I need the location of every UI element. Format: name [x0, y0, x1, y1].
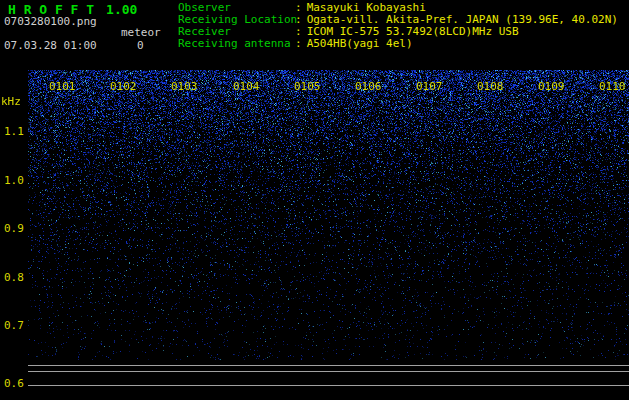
time-label-0103: 0103 [171, 80, 198, 93]
time-label-0105: 0105 [294, 80, 321, 93]
time-label-0107: 0107 [416, 80, 443, 93]
freq-label-0-9: 0.9 [4, 222, 24, 235]
freq-label-1-0: 1.0 [4, 174, 24, 187]
time-label-0102: 0102 [110, 80, 137, 93]
freq-label-0-7: 0.7 [4, 319, 24, 332]
time-label-0106: 0106 [355, 80, 382, 93]
info-value: A504HB(yagi 4el) [307, 38, 413, 50]
freq-label-0-8: 0.8 [4, 271, 24, 284]
signal-reference-line [28, 365, 629, 366]
output-filename: 0703280100.png [4, 15, 97, 28]
mode-label: meteor [121, 26, 161, 39]
time-label-0110: 0110 [599, 80, 626, 93]
time-label-0101: 0101 [49, 80, 76, 93]
hrofft-window: H R O F F T1.00 0703280100.png meteor 07… [0, 0, 629, 400]
signal-baseline-trace [28, 385, 629, 386]
info-row-antenna: Receiving antenna:A504HB(yagi 4el) [178, 38, 618, 50]
freq-label-1-1: 1.1 [4, 125, 24, 138]
app-version: 1.00 [106, 2, 137, 17]
time-label-0104: 0104 [233, 80, 260, 93]
observation-datetime: 07.03.28 01:00 [4, 39, 97, 52]
freq-label-0-6: 0.6 [4, 377, 24, 390]
time-label-0108: 0108 [477, 80, 504, 93]
signal-reference-line [28, 371, 629, 372]
freq-axis-unit: kHz [1, 95, 21, 108]
info-label: Receiving antenna [178, 38, 295, 50]
spectrogram-canvas [28, 70, 629, 360]
info-separator: : [295, 38, 302, 50]
meteor-count: 0 [137, 39, 144, 52]
observation-info: Observer:Masayuki Kobayashi Receiving Lo… [178, 2, 618, 50]
time-label-0109: 0109 [538, 80, 565, 93]
